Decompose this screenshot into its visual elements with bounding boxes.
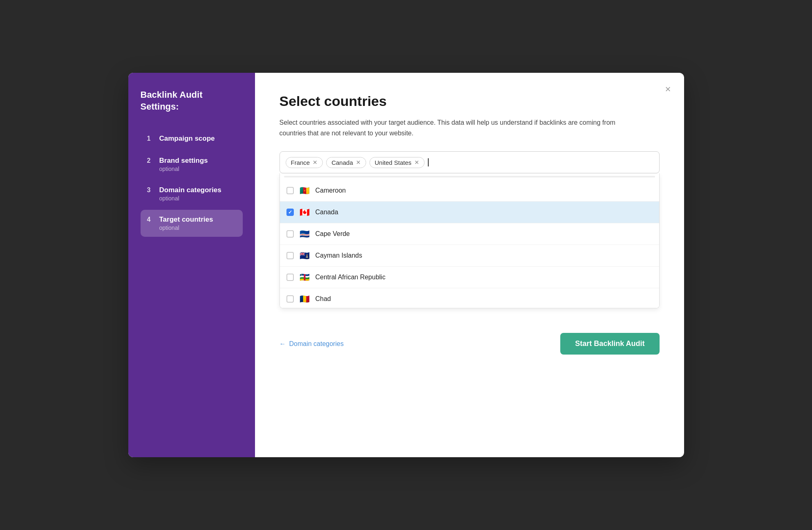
flag-cameroon: 🇨🇲 [300,186,310,195]
dropdown-item-cayman-islands[interactable]: 🇰🇾 Cayman Islands [280,245,659,267]
dropdown-item-central-african-republic[interactable]: 🇨🇫 Central African Republic [280,267,659,288]
country-dropdown: 🇨🇲 Cameroon 🇨🇦 Canada 🇨🇻 Cape Verde 🇰🇾 [280,173,660,308]
checkbox-central-african-republic[interactable] [286,274,294,281]
sidebar-item-label-1: Campaign scope [159,135,215,143]
tag-united-states-remove[interactable]: ✕ [414,159,419,165]
country-name-chad: Chad [315,295,331,303]
flag-chad: 🇹🇩 [300,294,310,304]
sidebar-item-brand-settings[interactable]: 2 Brand settings optional [141,151,243,178]
flag-cayman-islands: 🇰🇾 [300,251,310,261]
country-tag-input[interactable]: France ✕ Canada ✕ United States ✕ [280,151,660,173]
tag-united-states-label: United States [375,159,412,166]
sidebar-item-label-4: Target countries [159,216,213,224]
sidebar-item-sublabel-3: optional [159,195,221,202]
country-name-cayman-islands: Cayman Islands [315,252,362,259]
sidebar-item-sublabel-4: optional [159,225,213,231]
checkbox-cameroon[interactable] [286,187,294,194]
country-name-cameroon: Cameroon [315,187,346,194]
sidebar-item-number-3: 3 [147,186,154,194]
dropdown-item-chad[interactable]: 🇹🇩 Chad [280,288,659,308]
sidebar-item-target-countries[interactable]: 4 Target countries optional [141,210,243,237]
flag-central-african-republic: 🇨🇫 [300,272,310,282]
start-audit-button[interactable]: Start Backlink Audit [560,333,659,355]
sidebar-item-number-2: 2 [147,157,154,164]
country-name-canada: Canada [315,209,338,216]
back-button-label: Domain categories [289,340,344,348]
flag-cape-verde: 🇨🇻 [300,229,310,239]
text-cursor [428,158,429,166]
checkbox-canada[interactable] [286,209,294,216]
tag-canada: Canada ✕ [326,157,366,168]
tag-canada-remove[interactable]: ✕ [356,159,361,165]
checkbox-chad[interactable] [286,295,294,303]
back-button[interactable]: ← Domain categories [280,340,344,348]
country-name-central-african-republic: Central African Republic [315,274,386,281]
sidebar-item-sublabel-2: optional [159,166,208,172]
sidebar-nav: 1 Campaign scope 2 Brand settings option… [141,129,243,237]
tag-united-states: United States ✕ [369,157,425,168]
sidebar-title: Backlink Audit Settings: [141,89,243,112]
tag-france: France ✕ [286,157,323,168]
scroll-hint [284,176,655,177]
checkbox-cape-verde[interactable] [286,230,294,238]
footer-nav: ← Domain categories Start Backlink Audit [280,333,660,355]
checkbox-cayman-islands[interactable] [286,252,294,259]
main-content: × Select countries Select countries asso… [255,73,684,457]
dropdown-item-canada[interactable]: 🇨🇦 Canada [280,202,659,223]
tag-france-label: France [291,159,310,166]
sidebar-item-label-2: Brand settings [159,157,208,165]
country-name-cape-verde: Cape Verde [315,230,350,238]
flag-canada: 🇨🇦 [300,207,310,217]
sidebar-item-campaign-scope[interactable]: 1 Campaign scope [141,129,243,148]
close-button[interactable]: × [663,83,672,96]
modal: Backlink Audit Settings: 1 Campaign scop… [128,73,684,457]
back-arrow-icon: ← [280,340,286,348]
sidebar-item-domain-categories[interactable]: 3 Domain categories optional [141,180,243,207]
dropdown-item-cape-verde[interactable]: 🇨🇻 Cape Verde [280,223,659,245]
sidebar-item-number-1: 1 [147,135,154,142]
dropdown-item-cameroon[interactable]: 🇨🇲 Cameroon [280,180,659,202]
tag-france-remove[interactable]: ✕ [313,159,318,165]
page-description: Select countries associated with your ta… [280,117,631,138]
sidebar-item-number-4: 4 [147,216,154,223]
tag-canada-label: Canada [331,159,353,166]
page-title: Select countries [280,93,660,109]
sidebar: Backlink Audit Settings: 1 Campaign scop… [128,73,255,457]
modal-overlay: Backlink Audit Settings: 1 Campaign scop… [0,0,812,530]
sidebar-item-label-3: Domain categories [159,186,221,194]
